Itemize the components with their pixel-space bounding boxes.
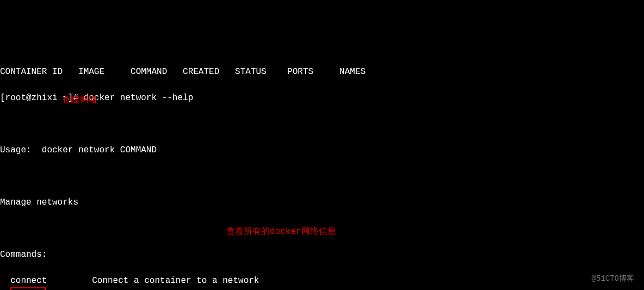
annotation-ls: 查看所有的docker网络信息 [226, 225, 336, 238]
annotation-create: 创建网络 [63, 94, 97, 107]
terminal-output[interactable]: CONTAINER ID IMAGE COMMAND CREATED STATU… [0, 52, 644, 290]
highlight-box-create: create [10, 287, 46, 290]
description-line: Manage networks [0, 196, 644, 209]
cmd-desc: Create a network [82, 287, 363, 290]
usage-line: Usage: docker network COMMAND [0, 144, 644, 157]
command-row-create: create Create a network [0, 287, 363, 290]
blank-line [0, 118, 644, 131]
commands-table: connect Connect a container to a network… [0, 274, 363, 290]
cmd-name: connect [0, 274, 82, 287]
watermark: @51CTO博客 [592, 273, 634, 285]
cmd-desc: Connect a container to a network [82, 274, 363, 287]
commands-label: Commands: [0, 248, 644, 261]
command-row-connect: connect Connect a container to a network [0, 274, 363, 287]
blank-line [0, 170, 644, 183]
cmd-name: create [0, 287, 82, 290]
ps-header: CONTAINER ID IMAGE COMMAND CREATED STATU… [0, 65, 644, 78]
